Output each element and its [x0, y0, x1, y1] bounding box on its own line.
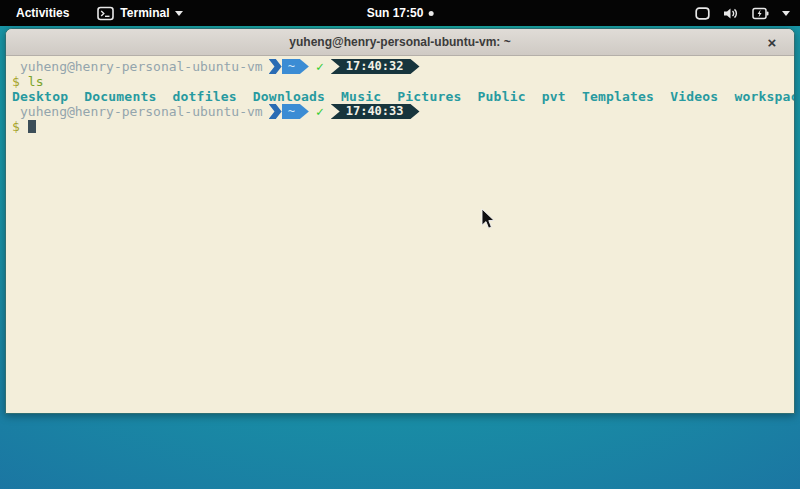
- app-menu-label: Terminal: [120, 6, 169, 20]
- close-icon[interactable]: ×: [762, 32, 782, 52]
- system-menu-chevron-icon: [782, 11, 790, 16]
- clock-button[interactable]: Sun 17:50: [367, 6, 434, 20]
- prompt-username: yuheng@henry-personal-ubuntu-vm: [20, 59, 263, 74]
- terminal-command-line: $ ls: [12, 74, 788, 89]
- typed-command: ls: [28, 74, 44, 89]
- powerline-chevron-icon: [269, 104, 282, 119]
- powerline-dir-segment: ~: [282, 104, 309, 119]
- activities-button[interactable]: Activities: [10, 4, 75, 22]
- powerline-time-segment: 17:40:32: [331, 59, 420, 74]
- clock-label: Sun 17:50: [367, 6, 424, 20]
- directory-listing: Desktop Documents dotfiles Downloads Mus…: [12, 89, 795, 104]
- check-icon: ✓: [316, 59, 324, 74]
- prompt-dollar: $: [12, 119, 20, 134]
- mouse-cursor-icon: [481, 209, 495, 234]
- desktop: Activities Terminal Sun 17:50: [0, 0, 800, 489]
- powerline-chevron-icon: [269, 59, 282, 74]
- terminal-input-line: $: [12, 119, 788, 134]
- volume-icon: [723, 7, 739, 20]
- prompt-username: yuheng@henry-personal-ubuntu-vm: [20, 104, 263, 119]
- prompt-dollar: $: [12, 74, 20, 89]
- system-status-area[interactable]: [695, 7, 790, 20]
- powerline-dir-segment: ~: [282, 59, 309, 74]
- app-menu-terminal[interactable]: Terminal: [91, 4, 189, 23]
- terminal-cursor: [28, 120, 36, 133]
- terminal-prompt-line-2: yuheng@henry-personal-ubuntu-vm ~ ✓ 17:4…: [12, 104, 788, 119]
- chevron-down-icon: [175, 11, 183, 16]
- window-title: yuheng@henry-personal-ubuntu-vm: ~: [289, 35, 510, 49]
- terminal-prompt-line-1: yuheng@henry-personal-ubuntu-vm ~ ✓ 17:4…: [12, 59, 788, 74]
- terminal-window: yuheng@henry-personal-ubuntu-vm: ~ × yuh…: [5, 28, 795, 414]
- top-bar: Activities Terminal Sun 17:50: [0, 0, 800, 26]
- battery-charging-icon: [752, 7, 769, 20]
- display-icon: [695, 7, 710, 20]
- terminal-app-icon: [97, 6, 114, 21]
- window-titlebar[interactable]: yuheng@henry-personal-ubuntu-vm: ~ ×: [6, 29, 794, 56]
- check-icon: ✓: [316, 104, 324, 119]
- notification-dot-icon: [428, 11, 433, 16]
- terminal-content[interactable]: yuheng@henry-personal-ubuntu-vm ~ ✓ 17:4…: [6, 56, 794, 413]
- terminal-ls-output: Desktop Documents dotfiles Downloads Mus…: [12, 89, 788, 104]
- powerline-time-segment: 17:40:33: [331, 104, 420, 119]
